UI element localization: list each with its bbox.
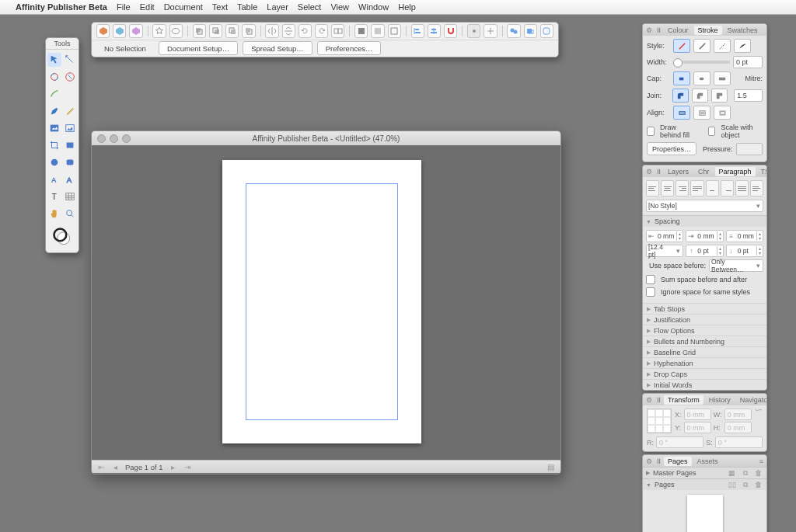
transparency-tool[interactable] — [63, 70, 77, 84]
tab-assets[interactable]: Assets — [693, 457, 722, 466]
scale-with-checkbox[interactable] — [708, 127, 716, 136]
rounded-rect-tool[interactable] — [63, 155, 77, 169]
acc-bullets[interactable]: ▶Bullets and Numbering — [643, 336, 766, 346]
x-field[interactable]: 0 mm — [684, 409, 711, 420]
menu-edit[interactable]: Edit — [140, 2, 155, 12]
sum-space-checkbox[interactable] — [646, 275, 655, 284]
delete-master-icon[interactable]: 🗑 — [753, 468, 763, 478]
align-center-icon[interactable] — [428, 24, 441, 38]
align-inside-button[interactable] — [693, 106, 710, 120]
acc-justification[interactable]: ▶Justification — [643, 314, 766, 325]
color-picker-tool[interactable] — [47, 70, 61, 84]
tab-swatches[interactable]: Swatches — [724, 26, 762, 35]
page-spread[interactable] — [222, 160, 421, 443]
panel-options-icon[interactable]: ⚙ — [646, 168, 652, 176]
canvas[interactable] — [92, 145, 560, 460]
persona-designer-icon[interactable] — [113, 24, 126, 38]
preflight-icon[interactable] — [524, 24, 537, 38]
join-bevel-button[interactable] — [692, 89, 708, 103]
pen-tool[interactable] — [47, 104, 61, 118]
preview-mode-icon[interactable] — [467, 24, 480, 38]
last-page-icon[interactable]: ⇥ — [183, 463, 192, 471]
menu-window[interactable]: Window — [358, 2, 389, 12]
first-line-indent-field[interactable]: ≡0 mm▴▾ — [726, 230, 763, 242]
menu-view[interactable]: View — [330, 2, 349, 12]
preferences-button[interactable]: Preferences… — [317, 41, 382, 55]
justify-all-button[interactable] — [735, 180, 749, 196]
pages-header[interactable]: ▼Pages ▯▯ ⧉ 🗑 — [643, 478, 766, 490]
spread-setup-button[interactable]: Spread Setup… — [243, 41, 312, 55]
space-after-field[interactable]: ↓0 pt▴▾ — [726, 245, 763, 257]
width-field[interactable]: 0 pt — [733, 56, 763, 68]
style-brush-button[interactable] — [734, 39, 751, 53]
duplicate-master-icon[interactable]: ⧉ — [740, 468, 750, 478]
justify-right-button[interactable] — [721, 180, 734, 196]
text-tool[interactable]: T — [47, 190, 61, 203]
align-towards-spine-button[interactable] — [750, 180, 763, 196]
space-before-field[interactable]: ↑0 pt▴▾ — [686, 245, 723, 257]
clip-canvas-icon[interactable] — [484, 24, 497, 38]
align-center-button[interactable] — [673, 106, 690, 120]
width-slider[interactable] — [673, 61, 730, 64]
panel-collapse-icon[interactable]: ⏸ — [655, 396, 662, 404]
tab-navigator[interactable]: Navigator — [736, 395, 767, 405]
h-field[interactable]: 0 mm — [724, 422, 752, 433]
acc-initial-words[interactable]: ▶Initial Words — [643, 379, 766, 390]
first-page-icon[interactable]: ⇤ — [96, 463, 106, 471]
tab-stroke[interactable]: Stroke — [694, 26, 722, 35]
place-image-tool[interactable] — [63, 121, 77, 135]
arrange-backward-icon[interactable] — [209, 24, 222, 38]
style-dash-button[interactable] — [714, 39, 731, 53]
justify-left-button[interactable] — [690, 180, 703, 196]
cap-square-button[interactable] — [714, 71, 731, 85]
picture-frame-tool[interactable] — [47, 121, 61, 135]
join-mitre-button[interactable] — [711, 89, 728, 103]
rotation-field[interactable]: 0 ° — [656, 436, 703, 448]
tab-colour[interactable]: Colour — [664, 26, 693, 35]
persona-photo-icon[interactable] — [129, 24, 142, 38]
justify-center-button[interactable] — [706, 180, 719, 196]
flip-h-icon[interactable] — [265, 24, 278, 38]
style-solid-button[interactable] — [693, 39, 710, 53]
frame-text-tool[interactable]: A — [47, 172, 61, 186]
tab-character[interactable]: Chr — [694, 167, 714, 176]
prev-page-icon[interactable]: ◂ — [112, 463, 119, 471]
cap-round-button[interactable] — [693, 71, 710, 85]
pan-tool[interactable] — [47, 207, 61, 221]
join-round-button[interactable] — [672, 89, 689, 103]
snap-icon[interactable] — [444, 24, 457, 38]
acc-tab-stops[interactable]: ▶Tab Stops — [643, 303, 766, 314]
cap-butt-button[interactable] — [673, 71, 690, 85]
arrange-front-icon[interactable] — [242, 24, 255, 38]
tab-pages[interactable]: Pages — [664, 457, 692, 466]
panel-options-icon[interactable]: ⚙ — [646, 26, 652, 34]
fill-stroke-swatch[interactable] — [46, 224, 79, 252]
tab-layers[interactable]: Layers — [664, 167, 693, 176]
align-right-button[interactable] — [676, 180, 689, 196]
next-page-icon[interactable]: ▸ — [169, 463, 176, 471]
style-none-button[interactable] — [673, 39, 690, 53]
paragraph-style-dropdown[interactable]: [No Style] — [647, 202, 753, 210]
page-thumbnail[interactable]: Page 1 — [643, 495, 766, 532]
node-tool[interactable] — [63, 53, 77, 67]
tab-transform[interactable]: Transform — [664, 395, 703, 405]
acc-drop-caps[interactable]: ▶Drop Caps — [643, 368, 766, 379]
leading-field[interactable]: [12.4 pt]▾ — [646, 245, 683, 257]
anchor-point-selector[interactable] — [647, 409, 672, 433]
properties-button[interactable]: Properties… — [647, 142, 696, 155]
section-manager-icon[interactable] — [540, 24, 553, 38]
add-page-icon[interactable]: ⧉ — [740, 480, 750, 490]
facing-pages-icon[interactable]: ▯▯ — [727, 480, 737, 490]
pressure-field[interactable] — [736, 143, 763, 155]
rotate-cw-icon[interactable] — [315, 24, 328, 38]
use-space-before-dropdown[interactable]: Only Between…▾ — [709, 259, 763, 272]
menu-file[interactable]: File — [117, 2, 131, 12]
menu-layer[interactable]: Layer — [267, 2, 288, 12]
arrange-forward-icon[interactable] — [225, 24, 239, 38]
shear-field[interactable]: 0 ° — [715, 436, 763, 448]
master-pages-header[interactable]: ▶Master Pages ▦ ⧉ 🗑 — [643, 467, 766, 478]
move-tool[interactable] — [47, 53, 61, 67]
shape-star-icon[interactable] — [152, 24, 166, 38]
align-outside-button[interactable] — [714, 106, 731, 120]
resource-manager-icon[interactable] — [507, 24, 520, 38]
